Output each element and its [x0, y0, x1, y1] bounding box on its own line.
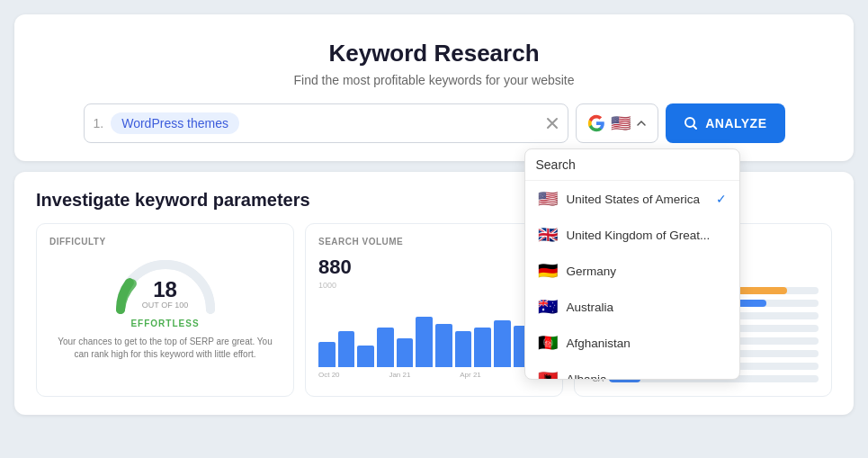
country-selector-button[interactable]: 🇺🇸 [576, 103, 658, 143]
flag-au: 🇦🇺 [538, 297, 558, 317]
gauge-wrap: 18 OUT OF 100 [112, 256, 219, 310]
country-name-af: Afghanistan [567, 337, 631, 350]
difficulty-value: 18 [142, 279, 188, 301]
bar-3 [357, 346, 374, 367]
difficulty-rating: EFFORTLESS [130, 319, 199, 328]
flag-de: 🇩🇪 [538, 261, 558, 281]
gauge-container: 18 OUT OF 100 EFFORTLESS Your chances to… [49, 256, 281, 361]
country-name-al: Albania [567, 373, 607, 380]
bar-8 [455, 331, 472, 367]
dropdown-search-wrapper [525, 149, 739, 181]
top-card: Keyword Research Find the most profitabl… [14, 14, 854, 161]
bar-5 [397, 338, 414, 367]
bar-2 [338, 331, 355, 367]
keyword-number: 1. [94, 116, 104, 130]
flag-us: 🇺🇸 [538, 189, 558, 209]
flag-gb: 🇬🇧 [538, 225, 558, 245]
flag-al: 🇦🇱 [538, 369, 558, 379]
search-input-wrapper: 1. WordPress themes [84, 103, 569, 143]
country-name-de: Germany [567, 265, 617, 278]
country-item-usa[interactable]: 🇺🇸 United States of America ✓ [525, 181, 739, 217]
x-label-1: Oct 20 [318, 371, 340, 379]
difficulty-card: DIFFICULTY [36, 223, 294, 397]
bar-9 [474, 328, 491, 367]
country-name-uk: United Kingdom of Great... [567, 229, 711, 242]
x-label-3: Apr 21 [460, 371, 481, 379]
difficulty-description: Your chances to get to the top of SERP a… [49, 336, 281, 361]
clear-button[interactable] [546, 117, 559, 130]
x-label-2: Jan 21 [389, 371, 410, 379]
analyze-button[interactable]: ANALYZE [666, 103, 784, 143]
country-name-au: Australia [567, 301, 614, 314]
country-flag: 🇺🇸 [611, 113, 631, 133]
bar-1 [318, 342, 336, 367]
volume-bar-chart [318, 295, 550, 367]
page-title: Keyword Research [32, 40, 836, 67]
country-dropdown: 🇺🇸 United States of America ✓ 🇬🇧 United … [524, 148, 740, 380]
flag-af: 🇦🇫 [538, 333, 558, 353]
country-item-al[interactable]: 🇦🇱 Albania [525, 361, 739, 379]
difficulty-label: DIFFICULTY [49, 237, 281, 247]
bar-6 [416, 317, 433, 367]
search-volume-label: SEARCH VOLUME [318, 237, 550, 247]
search-bar-row: 1. WordPress themes 🇺🇸 [84, 103, 785, 143]
bar-4 [377, 328, 394, 367]
search-icon [684, 116, 698, 130]
country-search-input[interactable] [536, 157, 729, 172]
country-name-usa: United States of America [567, 193, 701, 206]
x-axis-labels: Oct 20 Jan 21 Apr 21 Jul 21 [318, 371, 550, 379]
country-item-de[interactable]: 🇩🇪 Germany [525, 253, 739, 289]
page-subtitle: Find the most profitable keywords for yo… [32, 73, 836, 87]
bar-7 [435, 324, 452, 367]
country-item-uk[interactable]: 🇬🇧 United Kingdom of Great... [525, 217, 739, 253]
country-list: 🇺🇸 United States of America ✓ 🇬🇧 United … [525, 181, 739, 379]
analyze-label: ANALYZE [705, 116, 766, 130]
gauge-number: 18 OUT OF 100 [142, 279, 188, 310]
selected-checkmark: ✓ [716, 192, 727, 206]
country-item-af[interactable]: 🇦🇫 Afghanistan [525, 325, 739, 361]
difficulty-out-of: OUT OF 100 [142, 301, 188, 310]
keyword-tag[interactable]: WordPress themes [111, 112, 239, 134]
google-icon [587, 114, 605, 132]
country-item-au[interactable]: 🇦🇺 Australia [525, 289, 739, 325]
search-volume-value: 880 [318, 256, 550, 279]
y-axis-top: 1000 [318, 281, 550, 290]
chevron-up-icon [636, 118, 647, 129]
bar-10 [494, 320, 511, 367]
